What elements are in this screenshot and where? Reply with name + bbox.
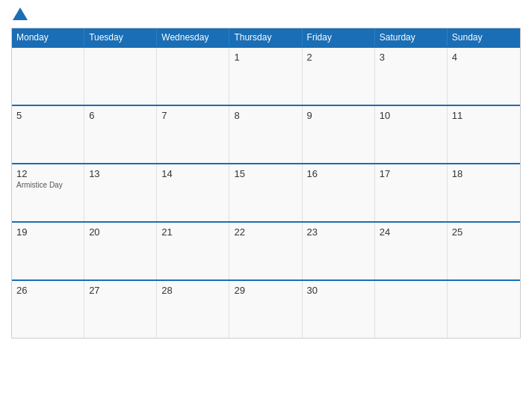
cal-cell: 12Armistice Day: [12, 164, 84, 221]
day-number: 13: [89, 168, 152, 179]
calendar-week-5: 2627282930: [12, 279, 520, 338]
day-number: 20: [89, 226, 152, 238]
day-number: 26: [16, 285, 79, 296]
cal-cell: 19: [12, 223, 84, 279]
cal-cell: 29: [229, 281, 302, 338]
day-number: 18: [452, 168, 516, 179]
cal-cell: 10: [375, 106, 448, 163]
cal-cell: 21: [157, 223, 229, 279]
logo-triangle-icon: [13, 7, 28, 20]
calendar-week-3: 12Armistice Day131415161718: [12, 163, 520, 221]
day-number: 10: [380, 110, 442, 121]
logo: [11, 7, 28, 22]
cal-cell: 27: [84, 281, 157, 338]
cal-cell: 8: [229, 106, 302, 163]
day-number: 14: [161, 168, 224, 179]
day-number: 7: [161, 110, 224, 121]
cal-cell: 2: [303, 48, 375, 105]
day-number: 15: [234, 168, 297, 179]
cal-cell: 25: [448, 223, 520, 279]
cal-cell: 22: [229, 223, 302, 279]
col-friday: Friday: [303, 28, 375, 46]
calendar-body: 123456789101112Armistice Day131415161718…: [12, 46, 520, 338]
calendar-header-row: Monday Tuesday Wednesday Thursday Friday…: [12, 28, 520, 46]
cal-cell: 9: [303, 106, 375, 163]
col-monday: Monday: [12, 28, 84, 46]
day-number: 22: [234, 226, 297, 238]
day-number: 2: [307, 52, 370, 63]
day-number: 30: [307, 285, 370, 296]
cal-cell: 20: [84, 223, 157, 279]
day-number: 27: [89, 285, 152, 296]
cal-cell: 14: [157, 164, 229, 221]
cal-cell: [448, 281, 520, 338]
cal-cell: 3: [375, 48, 448, 105]
cal-cell: 24: [375, 223, 448, 279]
day-number: 1: [234, 52, 297, 63]
day-number: 29: [234, 285, 297, 296]
calendar-grid: Monday Tuesday Wednesday Thursday Friday…: [11, 28, 521, 339]
day-number: 12: [16, 168, 79, 179]
holiday-label: Armistice Day: [16, 181, 79, 189]
cal-cell: 13: [84, 164, 157, 221]
day-number: 25: [452, 226, 516, 238]
cal-cell: 6: [84, 106, 157, 163]
col-saturday: Saturday: [375, 28, 448, 46]
day-number: 8: [234, 110, 297, 121]
cal-cell: 28: [157, 281, 229, 338]
cal-cell: 17: [375, 164, 448, 221]
day-number: 23: [307, 226, 370, 238]
calendar-page: Monday Tuesday Wednesday Thursday Friday…: [0, 0, 532, 411]
day-number: 17: [380, 168, 442, 179]
day-number: 11: [452, 110, 516, 121]
cal-cell: [375, 281, 448, 338]
cal-cell: 15: [229, 164, 302, 221]
day-number: 3: [380, 52, 442, 63]
day-number: 6: [89, 110, 152, 121]
cal-cell: 4: [448, 48, 520, 105]
day-number: 24: [380, 226, 442, 238]
cal-cell: 18: [448, 164, 520, 221]
cal-cell: 1: [229, 48, 302, 105]
cal-cell: 7: [157, 106, 229, 163]
day-number: 4: [452, 52, 516, 63]
cal-cell: [84, 48, 157, 105]
col-tuesday: Tuesday: [84, 28, 157, 46]
day-number: 28: [161, 285, 224, 296]
col-thursday: Thursday: [229, 28, 302, 46]
day-number: 19: [16, 226, 79, 238]
col-wednesday: Wednesday: [157, 28, 229, 46]
cal-cell: 5: [12, 106, 84, 163]
calendar-week-2: 567891011: [12, 105, 520, 163]
col-sunday: Sunday: [448, 28, 520, 46]
cal-cell: 11: [448, 106, 520, 163]
day-number: 5: [16, 110, 79, 121]
cal-cell: 26: [12, 281, 84, 338]
day-number: 9: [307, 110, 370, 121]
cal-cell: 30: [303, 281, 375, 338]
cal-cell: [157, 48, 229, 105]
cal-cell: 16: [303, 164, 375, 221]
day-number: 16: [307, 168, 370, 179]
calendar-week-1: 1234: [12, 46, 520, 105]
day-number: 21: [161, 226, 224, 238]
header: [11, 7, 521, 22]
calendar-week-4: 19202122232425: [12, 221, 520, 279]
cal-cell: 23: [303, 223, 375, 279]
cal-cell: [12, 48, 84, 105]
